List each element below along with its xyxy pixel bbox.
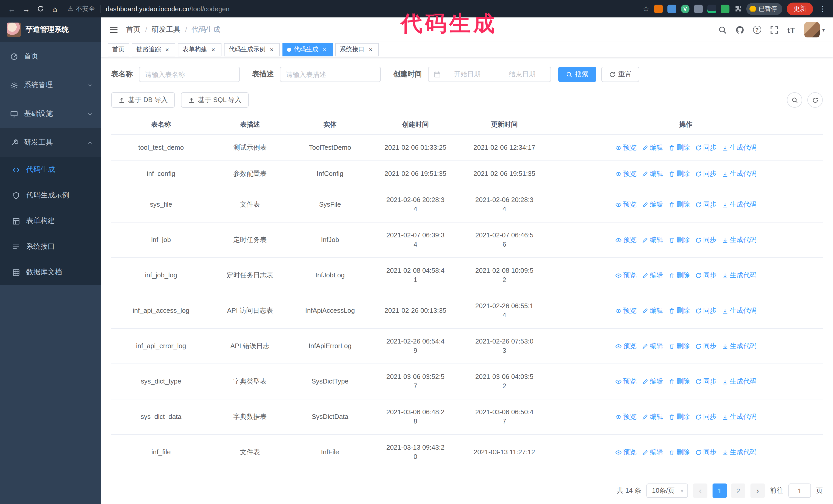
preview-link[interactable]: 预览 [615,377,637,386]
view-tab[interactable]: 代码生成示例 × [224,43,280,56]
app-logo[interactable]: 芋道管理系统 [0,18,101,42]
table-name-input[interactable] [139,67,240,82]
preview-link[interactable]: 预览 [615,306,637,315]
generate-code-link[interactable]: 生成代码 [722,235,757,245]
sidebar-subitem-badge[interactable]: 代码生成示例 [0,183,101,208]
sidebar-item-tools[interactable]: 研发工具 [0,128,101,157]
update-button[interactable]: 更新 [787,2,813,15]
sync-link[interactable]: 同步 [695,341,717,351]
sync-link[interactable]: 同步 [695,235,717,245]
sync-link[interactable]: 同步 [695,448,717,457]
edit-link[interactable]: 编辑 [642,412,663,422]
preview-link[interactable]: 预览 [615,412,637,422]
table-desc-input[interactable] [280,67,381,82]
home-button[interactable]: ⌂ [48,2,62,16]
bookmark-star-icon[interactable]: ☆ [643,4,649,13]
breadcrumb-home[interactable]: 首页 [126,25,140,34]
toggle-search-button[interactable] [787,92,802,108]
delete-link[interactable]: 删除 [668,412,690,422]
generate-code-link[interactable]: 生成代码 [722,306,757,315]
user-menu[interactable]: ▾ [804,22,825,38]
edit-link[interactable]: 编辑 [642,271,663,280]
extension-icon-dark[interactable] [708,4,716,13]
sidebar-subitem-form[interactable]: 表单构建 [0,208,101,234]
sidebar-toggle-icon[interactable] [109,25,118,34]
sync-link[interactable]: 同步 [695,271,717,280]
refresh-table-button[interactable] [807,92,823,108]
extension-icon-gray[interactable] [694,4,703,13]
edit-link[interactable]: 编辑 [642,306,663,315]
delete-link[interactable]: 删除 [668,235,690,245]
github-icon[interactable] [736,25,744,34]
help-icon[interactable]: ? [753,26,761,34]
preview-link[interactable]: 预览 [615,235,637,245]
view-tab[interactable]: 代码生成 × [282,43,333,56]
next-page-button[interactable]: › [751,483,765,498]
delete-link[interactable]: 删除 [668,377,690,386]
tab-close-icon[interactable]: × [210,46,217,53]
import-sql-button[interactable]: 基于 SQL 导入 [181,92,249,108]
paused-badge[interactable]: 已暂停 [746,3,782,15]
sidebar-subitem-code[interactable]: 代码生成 [0,157,101,183]
view-tab[interactable]: 系统接口 × [335,43,379,56]
import-db-button[interactable]: 基于 DB 导入 [111,92,175,108]
generate-code-link[interactable]: 生成代码 [722,377,757,386]
generate-code-link[interactable]: 生成代码 [722,412,757,422]
delete-link[interactable]: 删除 [668,143,690,152]
delete-link[interactable]: 删除 [668,306,690,315]
sidebar-item-dashboard[interactable]: 首页 [0,42,101,71]
page-button-2[interactable]: 2 [731,483,745,498]
edit-link[interactable]: 编辑 [642,235,663,245]
view-tab[interactable]: 链路追踪 × [132,43,175,56]
tab-close-icon[interactable]: × [164,46,171,53]
preview-link[interactable]: 预览 [615,448,637,457]
sync-link[interactable]: 同步 [695,377,717,386]
vue-devtools-icon[interactable]: V [681,4,689,13]
delete-link[interactable]: 删除 [668,169,690,178]
page-size-select[interactable]: 10条/页 ▾ [646,483,688,498]
goto-page-input[interactable] [788,483,811,498]
extension-icon-orange[interactable] [654,4,663,13]
sync-link[interactable]: 同步 [695,306,717,315]
generate-code-link[interactable]: 生成代码 [722,271,757,280]
sidebar-subitem-api[interactable]: 系统接口 [0,234,101,259]
sync-link[interactable]: 同步 [695,169,717,178]
date-range-picker[interactable]: 开始日期 - 结束日期 [428,67,551,82]
edit-link[interactable]: 编辑 [642,377,663,386]
tab-close-icon[interactable]: × [321,46,328,53]
avatar[interactable] [804,22,820,38]
generate-code-link[interactable]: 生成代码 [722,341,757,351]
sidebar-item-monitor[interactable]: 基础设施 [0,99,101,128]
breadcrumb-dev-tools[interactable]: 研发工具 [152,25,181,34]
preview-link[interactable]: 预览 [615,143,637,152]
reset-button[interactable]: 重置 [601,67,639,82]
delete-link[interactable]: 删除 [668,271,690,280]
search-button[interactable]: 搜索 [558,67,596,82]
edit-link[interactable]: 编辑 [642,448,663,457]
delete-link[interactable]: 删除 [668,200,690,209]
prev-page-button[interactable]: ‹ [693,483,708,498]
preview-link[interactable]: 预览 [615,271,637,280]
generate-code-link[interactable]: 生成代码 [722,169,757,178]
tab-close-icon[interactable]: × [367,46,374,53]
sidebar-subitem-db[interactable]: 数据库文档 [0,259,101,285]
fullscreen-icon[interactable] [770,25,779,34]
browser-menu-icon[interactable]: ⋮ [818,5,828,13]
font-size-icon[interactable]: tT [787,25,795,34]
sync-link[interactable]: 同步 [695,412,717,422]
back-button[interactable]: ← [5,2,19,16]
sync-link[interactable]: 同步 [695,200,717,209]
extension-icon-blue[interactable] [667,4,676,13]
sync-link[interactable]: 同步 [695,143,717,152]
reload-button[interactable] [34,2,47,16]
preview-link[interactable]: 预览 [615,200,637,209]
address-bar[interactable]: ⚠ 不安全 dashboard.yudao.iocoder.cn/tool/co… [68,4,642,13]
preview-link[interactable]: 预览 [615,341,637,351]
edit-link[interactable]: 编辑 [642,169,663,178]
page-button-1[interactable]: 1 [713,483,727,498]
preview-link[interactable]: 预览 [615,169,637,178]
extension-icon-green[interactable] [721,4,730,13]
sidebar-item-gear[interactable]: 系统管理 [0,71,101,99]
view-tab[interactable]: 首页 [108,43,129,56]
edit-link[interactable]: 编辑 [642,200,663,209]
